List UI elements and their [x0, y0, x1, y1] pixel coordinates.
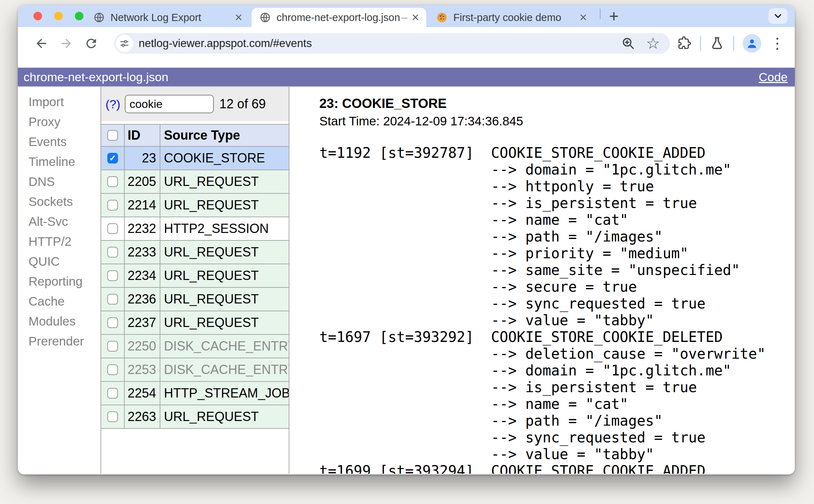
tab-strip: Network Log Export × chrome-net-export-l…: [18, 5, 795, 27]
omnibox[interactable]: ☆: [114, 33, 670, 54]
browser-window: Network Log Export × chrome-net-export-l…: [18, 5, 795, 474]
tab-search-button[interactable]: [768, 8, 788, 24]
table-row[interactable]: 2250 DISK_CACHE_ENTRY: [101, 335, 289, 358]
row-source-type: HTTP2_SESSION: [160, 217, 289, 240]
table-header-row: ID Source Type: [101, 125, 289, 147]
tab-first-party-cookie-demo[interactable]: First-party cookie demo ×: [428, 8, 594, 27]
browser-toolbar: ☆ ⋮: [18, 27, 795, 68]
profile-avatar[interactable]: [743, 34, 761, 53]
netlog-content: Import Proxy Events Timeline DNS Sockets…: [18, 87, 795, 474]
event-details-panel[interactable]: 23: COOKIE_STORE Start Time: 2024-12-09 …: [289, 87, 795, 474]
row-source-type: URL_REQUEST: [160, 288, 289, 311]
filter-help-link[interactable]: (?): [105, 97, 120, 111]
tab-network-log-export[interactable]: Network Log Export ×: [86, 8, 249, 27]
new-tab-button[interactable]: +: [606, 8, 622, 24]
select-all-checkbox[interactable]: [107, 130, 118, 141]
sidebar-item-http2[interactable]: HTTP/2: [29, 232, 101, 251]
row-checkbox[interactable]: [107, 411, 118, 422]
sidebar-item-events[interactable]: Events: [29, 132, 101, 152]
row-checkbox[interactable]: [107, 317, 118, 328]
sidebar-item-reporting[interactable]: Reporting: [29, 271, 101, 291]
sidebar-item-timeline[interactable]: Timeline: [29, 152, 101, 172]
extensions-icon[interactable]: [676, 36, 691, 51]
row-checkbox[interactable]: [107, 364, 118, 375]
row-checkbox[interactable]: [107, 223, 118, 234]
row-id: 2254: [125, 382, 160, 405]
zoom-icon[interactable]: [621, 36, 635, 51]
row-checkbox[interactable]: [107, 200, 118, 211]
minimize-window-button[interactable]: [54, 12, 63, 20]
row-source-type: HTTP_STREAM_JOB: [160, 382, 289, 405]
fullscreen-window-button[interactable]: [75, 12, 83, 20]
url-input[interactable]: [139, 37, 621, 50]
row-checkbox[interactable]: [107, 270, 118, 281]
row-checkbox[interactable]: [107, 388, 118, 399]
bookmark-star-icon[interactable]: ☆: [646, 36, 660, 51]
table-row[interactable]: 2234 URL_REQUEST: [101, 264, 289, 288]
event-title: 23: COOKIE_STORE: [319, 96, 795, 111]
sidebar-item-dns[interactable]: DNS: [29, 172, 101, 192]
tab-chrome-net-export-log[interactable]: chrome-net-export-log.json – ×: [252, 8, 426, 27]
sidebar-item-sockets[interactable]: Sockets: [29, 192, 101, 212]
row-source-type: URL_REQUEST: [160, 311, 289, 334]
reload-button[interactable]: [83, 36, 99, 51]
column-header-source-type[interactable]: Source Type: [160, 125, 289, 146]
events-list-panel: (?) 12 of 69 ID Source Type 23 COOKIE_ST…: [101, 87, 289, 474]
sidebar-item-altsvc[interactable]: Alt-Svc: [29, 212, 101, 232]
netlog-header: chrome-net-export-log.json Code: [18, 68, 795, 87]
table-row[interactable]: 2214 URL_REQUEST: [101, 194, 289, 217]
event-start-time: Start Time: 2024-12-09 17:34:36.845: [319, 114, 795, 128]
forward-button[interactable]: [58, 36, 74, 51]
row-source-type: DISK_CACHE_ENTRY: [160, 358, 289, 381]
toolbar-right: ⋮: [676, 34, 785, 53]
table-row[interactable]: 2253 DISK_CACHE_ENTRY: [101, 358, 289, 382]
events-table: ID Source Type 23 COOKIE_STORE 2205 URL_…: [101, 124, 289, 429]
column-header-id[interactable]: ID: [125, 125, 160, 146]
row-id: 23: [125, 147, 160, 170]
table-row[interactable]: 23 COOKIE_STORE: [101, 147, 289, 170]
sidebar-item-modules[interactable]: Modules: [29, 311, 101, 331]
sidebar-item-proxy[interactable]: Proxy: [29, 112, 101, 132]
row-id: 2253: [125, 358, 160, 381]
sidebar-item-import[interactable]: Import: [29, 92, 101, 112]
row-id: 2232: [125, 217, 160, 240]
table-row[interactable]: 2233 URL_REQUEST: [101, 241, 289, 264]
row-source-type: URL_REQUEST: [160, 194, 289, 217]
row-checkbox[interactable]: [107, 247, 118, 258]
row-checkbox[interactable]: [107, 341, 118, 352]
row-checkbox-checked[interactable]: [107, 153, 118, 163]
row-source-type: COOKIE_STORE: [160, 147, 289, 170]
table-row[interactable]: 2237 URL_REQUEST: [101, 311, 289, 335]
row-id: 2214: [125, 194, 160, 217]
close-tab-icon[interactable]: ×: [578, 11, 588, 24]
row-id: 2237: [125, 311, 160, 334]
close-tab-icon[interactable]: ×: [233, 11, 244, 24]
table-row[interactable]: 2263 URL_REQUEST: [101, 405, 289, 429]
sidebar-item-cache[interactable]: Cache: [29, 291, 101, 311]
labs-flask-icon[interactable]: [710, 36, 725, 51]
close-window-button[interactable]: [34, 12, 42, 20]
browser-menu-icon[interactable]: ⋮: [770, 36, 785, 51]
row-id: 2205: [125, 170, 160, 193]
table-row[interactable]: 2236 URL_REQUEST: [101, 288, 289, 311]
site-info-button[interactable]: [116, 35, 133, 52]
loaded-file-title: chrome-net-export-log.json: [24, 70, 168, 84]
table-row[interactable]: 2232 HTTP2_SESSION: [101, 217, 289, 241]
close-tab-icon[interactable]: ×: [410, 11, 421, 24]
cookie-icon: [436, 12, 448, 23]
back-button[interactable]: [34, 36, 49, 51]
sidebar-item-prerender[interactable]: Prerender: [29, 331, 101, 351]
globe-icon: [93, 12, 105, 23]
row-id: 2234: [125, 264, 160, 287]
table-row[interactable]: 2205 URL_REQUEST: [101, 170, 289, 194]
table-row[interactable]: 2254 HTTP_STREAM_JOB: [101, 382, 289, 405]
window-controls: [34, 12, 83, 20]
sidebar-item-quic[interactable]: QUIC: [29, 251, 101, 271]
code-link[interactable]: Code: [759, 70, 788, 84]
toolbar-separator: [700, 36, 701, 51]
tab-label: First-party cookie demo: [453, 12, 578, 24]
toolbar-separator: [733, 36, 734, 51]
row-checkbox[interactable]: [107, 176, 118, 187]
row-checkbox[interactable]: [107, 294, 118, 305]
filter-input[interactable]: [125, 95, 214, 113]
